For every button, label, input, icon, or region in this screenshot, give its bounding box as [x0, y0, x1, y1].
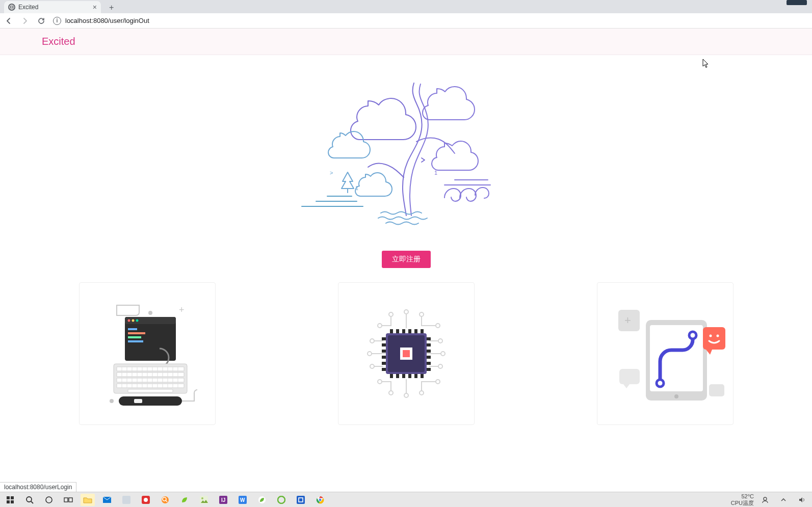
svg-point-10 — [148, 311, 152, 315]
svg-line-102 — [31, 501, 33, 503]
brand-logo[interactable]: Excited — [42, 36, 75, 47]
svg-rect-99 — [7, 500, 10, 503]
hero-section: 1 1 > 立即注册 — [0, 55, 812, 268]
svg-rect-62 — [408, 329, 411, 333]
feature-card-chip[interactable] — [338, 282, 475, 425]
svg-rect-64 — [421, 329, 424, 333]
site-info-icon[interactable]: i — [53, 17, 61, 25]
svg-rect-72 — [382, 343, 386, 346]
svg-point-109 — [144, 498, 148, 502]
cortana-icon[interactable] — [42, 494, 56, 506]
svg-rect-78 — [427, 343, 431, 346]
svg-rect-61 — [402, 329, 405, 333]
svg-point-13 — [127, 319, 130, 322]
svg-point-53 — [389, 391, 393, 395]
window-control-dark[interactable] — [787, 0, 807, 5]
svg-rect-38 — [119, 396, 182, 406]
app-icon-red[interactable] — [139, 494, 153, 506]
svg-rect-77 — [427, 337, 431, 340]
app-icon-image[interactable] — [197, 494, 211, 506]
svg-rect-121 — [297, 496, 305, 504]
temperature-value: 52°C — [731, 493, 754, 499]
people-icon[interactable] — [758, 494, 772, 506]
app-icon-spring[interactable] — [255, 494, 269, 506]
app-icon-green-e[interactable] — [274, 494, 289, 506]
svg-rect-60 — [396, 329, 399, 333]
url-input[interactable]: i localhost:8080/user/loginOut — [53, 17, 808, 25]
svg-point-92 — [657, 380, 664, 387]
svg-rect-69 — [414, 374, 417, 378]
svg-rect-74 — [382, 356, 386, 359]
browser-tab-active[interactable]: Excited × — [4, 1, 101, 13]
feature-card-dev[interactable]: + — [79, 282, 216, 425]
start-button[interactable] — [3, 494, 17, 506]
app-icon-gray[interactable] — [119, 494, 134, 506]
globe-icon — [8, 4, 15, 11]
svg-point-120 — [278, 496, 285, 503]
search-icon[interactable] — [22, 494, 37, 506]
svg-point-15 — [136, 319, 138, 322]
svg-rect-107 — [122, 496, 130, 504]
forward-icon[interactable] — [20, 16, 30, 25]
register-button[interactable]: 立即注册 — [382, 251, 431, 268]
svg-rect-100 — [11, 500, 14, 503]
svg-rect-17 — [128, 332, 145, 334]
tree-line-art-illustration: 1 1 > — [286, 63, 526, 231]
close-icon[interactable]: × — [93, 3, 97, 11]
feature-card-mobile[interactable]: + — [597, 282, 734, 425]
svg-text:1: 1 — [355, 185, 358, 191]
svg-rect-68 — [408, 374, 411, 378]
reload-icon[interactable] — [37, 16, 46, 25]
svg-point-103 — [46, 497, 52, 503]
window-controls — [787, 0, 807, 5]
svg-point-54 — [378, 380, 382, 384]
app-icon-orange[interactable] — [158, 494, 172, 506]
svg-point-50 — [370, 364, 374, 368]
svg-rect-70 — [421, 374, 424, 378]
svg-point-48 — [370, 339, 374, 343]
svg-rect-19 — [128, 340, 143, 342]
svg-rect-84 — [403, 350, 410, 357]
status-bar-link: localhost:8080/userLogin — [0, 482, 76, 492]
svg-rect-39 — [134, 399, 142, 403]
app-icon-blue-sq[interactable] — [294, 494, 308, 506]
tablet-route-illustration: + — [614, 298, 716, 410]
svg-rect-79 — [427, 350, 431, 353]
svg-rect-65 — [390, 374, 393, 378]
svg-point-55 — [420, 391, 424, 395]
windows-taskbar: IJ W 52°C CPU温度 — [0, 492, 812, 507]
app-icon-blue-w[interactable]: W — [235, 494, 250, 506]
svg-rect-97 — [7, 496, 10, 499]
svg-point-49 — [438, 339, 442, 343]
svg-rect-18 — [128, 336, 141, 338]
svg-point-95 — [709, 335, 712, 337]
app-icon-green-leaf[interactable] — [177, 494, 192, 506]
browser-tab-strip: Excited × + — [0, 0, 812, 13]
new-tab-button[interactable]: + — [106, 2, 117, 13]
svg-text:+: + — [179, 305, 185, 315]
mail-icon[interactable] — [100, 494, 114, 506]
tray-chevron-icon[interactable] — [776, 494, 791, 506]
app-icon-purple[interactable]: IJ — [216, 494, 230, 506]
svg-point-44 — [420, 312, 424, 316]
svg-text:1: 1 — [434, 170, 437, 176]
browser-address-bar: i localhost:8080/user/loginOut — [0, 13, 812, 29]
page-header: Excited — [0, 29, 812, 55]
svg-point-96 — [716, 335, 719, 337]
svg-rect-59 — [390, 329, 393, 333]
file-explorer-icon[interactable] — [81, 494, 95, 506]
chrome-icon[interactable] — [313, 494, 327, 506]
svg-point-93 — [689, 332, 696, 339]
tab-title: Excited — [18, 4, 38, 11]
laptop-keyboard-illustration: + — [96, 298, 198, 410]
back-icon[interactable] — [4, 16, 13, 25]
svg-rect-73 — [382, 350, 386, 353]
svg-rect-87 — [619, 369, 640, 384]
svg-point-101 — [27, 497, 32, 502]
volume-icon[interactable] — [795, 494, 809, 506]
task-view-icon[interactable] — [61, 494, 75, 506]
svg-rect-81 — [427, 362, 431, 365]
temperature-widget[interactable]: 52°C CPU温度 — [731, 493, 754, 505]
svg-rect-75 — [382, 362, 386, 365]
svg-rect-98 — [11, 496, 14, 499]
